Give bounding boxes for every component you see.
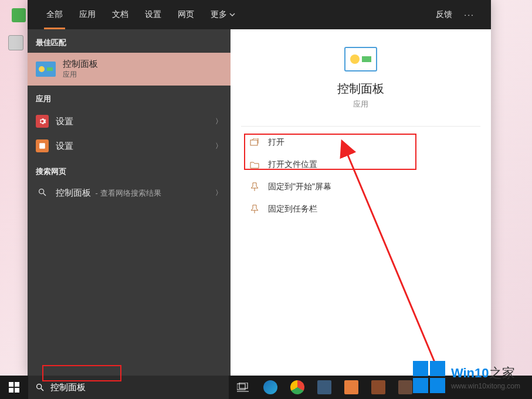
watermark-logo xyxy=(413,361,445,393)
action-label: 固定到任务栏 xyxy=(268,204,317,214)
preview-sub: 应用 xyxy=(353,99,368,110)
taskbar-search[interactable] xyxy=(28,376,229,399)
feedback-link[interactable]: 反馈 xyxy=(430,9,458,20)
pin-icon xyxy=(249,204,260,214)
action-pin-start[interactable]: 固定到"开始"屏幕 xyxy=(241,176,480,198)
watermark-brand: Win10之家 xyxy=(451,364,520,382)
best-match-text: 控制面板 应用 xyxy=(63,59,98,80)
app-row-settings-1[interactable]: 设置 〉 xyxy=(28,109,231,134)
web-row-label: 控制面板 - 查看网络搜索结果 xyxy=(56,187,208,199)
chevron-down-icon xyxy=(229,12,235,18)
taskbar-app-4[interactable] xyxy=(338,376,365,399)
desktop-icon-2[interactable] xyxy=(8,35,23,50)
chevron-right-icon: 〉 xyxy=(215,141,222,151)
tab-docs[interactable]: 文档 xyxy=(104,0,137,29)
svg-rect-6 xyxy=(15,382,19,387)
action-open-location[interactable]: 打开文件位置 xyxy=(241,154,480,176)
preview-pane: 控制面板 应用 打开 打开文件位置 xyxy=(231,29,491,376)
tab-all[interactable]: 全部 xyxy=(38,0,71,29)
app-row-label: 设置 xyxy=(56,116,208,127)
results-left-pane: 最佳匹配 控制面板 应用 应用 设置 〉 xyxy=(28,29,231,376)
taskbar-app-chrome[interactable] xyxy=(284,376,311,399)
svg-line-10 xyxy=(41,388,43,391)
search-icon xyxy=(36,187,49,199)
action-pin-taskbar[interactable]: 固定到任务栏 xyxy=(241,198,480,220)
tab-settings[interactable]: 设置 xyxy=(137,0,170,29)
taskbar-app-3[interactable] xyxy=(311,376,338,399)
action-label: 打开 xyxy=(268,137,284,148)
taskbar-app-edge[interactable] xyxy=(257,376,284,399)
svg-rect-3 xyxy=(250,140,257,145)
tab-apps[interactable]: 应用 xyxy=(71,0,104,29)
web-search-row[interactable]: 控制面板 - 查看网络搜索结果 〉 xyxy=(28,182,231,204)
app-row-label: 设置 xyxy=(56,141,208,152)
apps-header: 应用 xyxy=(28,86,231,109)
chevron-right-icon: 〉 xyxy=(215,117,222,127)
folder-icon xyxy=(249,161,260,169)
more-options-button[interactable]: ··· xyxy=(458,10,480,19)
preview-title: 控制面板 xyxy=(337,81,384,97)
preview-actions: 打开 打开文件位置 固定到"开始"屏幕 xyxy=(241,126,480,220)
tab-more-label: 更多 xyxy=(211,9,227,20)
web-header: 搜索网页 xyxy=(28,158,231,182)
settings-icon-2 xyxy=(36,139,49,152)
action-label: 打开文件位置 xyxy=(268,159,317,170)
desktop-icon-1[interactable] xyxy=(12,8,26,22)
svg-point-9 xyxy=(37,384,42,389)
svg-rect-8 xyxy=(15,388,19,393)
task-view-button[interactable] xyxy=(229,376,257,399)
taskbar-apps xyxy=(257,376,419,399)
start-button[interactable] xyxy=(0,376,28,399)
control-panel-icon xyxy=(36,62,56,77)
svg-rect-0 xyxy=(39,143,45,149)
svg-rect-7 xyxy=(9,388,13,393)
control-panel-large-icon xyxy=(344,47,377,71)
svg-point-1 xyxy=(39,189,44,194)
svg-line-2 xyxy=(43,193,46,196)
best-match-item[interactable]: 控制面板 应用 xyxy=(28,53,231,86)
action-label: 固定到"开始"屏幕 xyxy=(268,182,331,192)
pin-icon xyxy=(249,182,260,192)
taskbar-app-5[interactable] xyxy=(365,376,392,399)
action-open[interactable]: 打开 xyxy=(241,131,480,154)
settings-icon xyxy=(36,115,49,128)
taskbar-search-input[interactable] xyxy=(50,383,222,393)
search-tabbar: 全部 应用 文档 设置 网页 更多 反馈 ··· xyxy=(28,0,491,29)
search-panel: 全部 应用 文档 设置 网页 更多 反馈 ··· 最佳匹配 控制面板 应用 应用 xyxy=(28,0,491,376)
watermark-url: www.win10xitong.com xyxy=(451,382,520,390)
best-match-header: 最佳匹配 xyxy=(28,29,231,53)
open-icon xyxy=(249,138,260,146)
tab-web[interactable]: 网页 xyxy=(170,0,202,29)
tab-more[interactable]: 更多 xyxy=(202,0,243,29)
watermark: Win10之家 www.win10xitong.com xyxy=(413,361,520,393)
best-match-title: 控制面板 xyxy=(63,59,98,70)
svg-rect-5 xyxy=(9,382,13,387)
chevron-right-icon: 〉 xyxy=(215,188,222,198)
app-row-settings-2[interactable]: 设置 〉 xyxy=(28,134,231,158)
best-match-sub: 应用 xyxy=(63,70,98,80)
search-icon xyxy=(35,383,45,392)
